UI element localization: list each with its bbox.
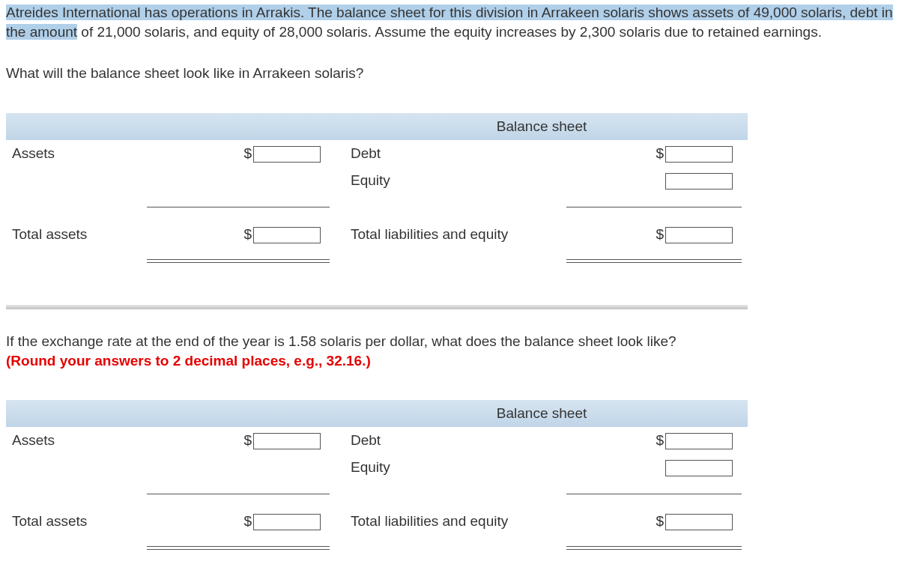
currency-symbol: $ bbox=[560, 221, 665, 248]
total-assets-input[interactable] bbox=[253, 227, 321, 243]
balance-sheet-1: Balance sheet Assets $ Debt $ Equity Tot… bbox=[6, 113, 748, 275]
debt-input-2[interactable] bbox=[665, 433, 733, 449]
total-liab-eq-input[interactable] bbox=[665, 227, 733, 243]
assets-label: Assets bbox=[6, 140, 141, 167]
total-liab-eq-label: Total liabilities and equity bbox=[336, 221, 560, 248]
currency-symbol: $ bbox=[141, 427, 253, 454]
balance-sheet-header: Balance sheet bbox=[336, 400, 748, 427]
question-2-prompt: If the exchange rate at the end of the y… bbox=[6, 332, 893, 370]
currency-symbol: $ bbox=[560, 140, 665, 167]
rounding-instruction: (Round your answers to 2 decimal places,… bbox=[6, 353, 371, 369]
assets-input-2[interactable] bbox=[253, 433, 321, 449]
question-1-prompt: What will the balance sheet look like in… bbox=[6, 64, 893, 83]
debt-label: Debt bbox=[336, 427, 560, 454]
section-divider bbox=[6, 305, 748, 309]
debt-input[interactable] bbox=[665, 146, 733, 163]
total-liab-eq-label: Total liabilities and equity bbox=[336, 508, 560, 535]
intro-rest: of 21,000 solaris, and equity of 28,000 … bbox=[77, 24, 822, 40]
assets-label: Assets bbox=[6, 427, 141, 454]
total-assets-label: Total assets bbox=[6, 221, 141, 248]
currency-symbol: $ bbox=[141, 508, 253, 535]
total-assets-label: Total assets bbox=[6, 508, 141, 535]
currency-symbol: $ bbox=[560, 508, 665, 535]
balance-sheet-2: Balance sheet Assets $ Debt $ Equity Tot… bbox=[6, 400, 748, 562]
debt-label: Debt bbox=[336, 140, 560, 167]
total-assets-input-2[interactable] bbox=[253, 514, 321, 530]
currency-symbol: $ bbox=[141, 140, 253, 167]
intro-paragraph: Atreides International has operations in… bbox=[6, 3, 893, 41]
equity-input-2[interactable] bbox=[665, 460, 733, 476]
equity-label: Equity bbox=[336, 454, 560, 481]
equity-input[interactable] bbox=[665, 173, 733, 190]
currency-symbol: $ bbox=[560, 427, 665, 454]
balance-sheet-header: Balance sheet bbox=[336, 113, 748, 140]
equity-label: Equity bbox=[336, 167, 560, 194]
assets-input[interactable] bbox=[253, 146, 321, 163]
currency-symbol: $ bbox=[141, 221, 253, 248]
total-liab-eq-input-2[interactable] bbox=[665, 514, 733, 530]
